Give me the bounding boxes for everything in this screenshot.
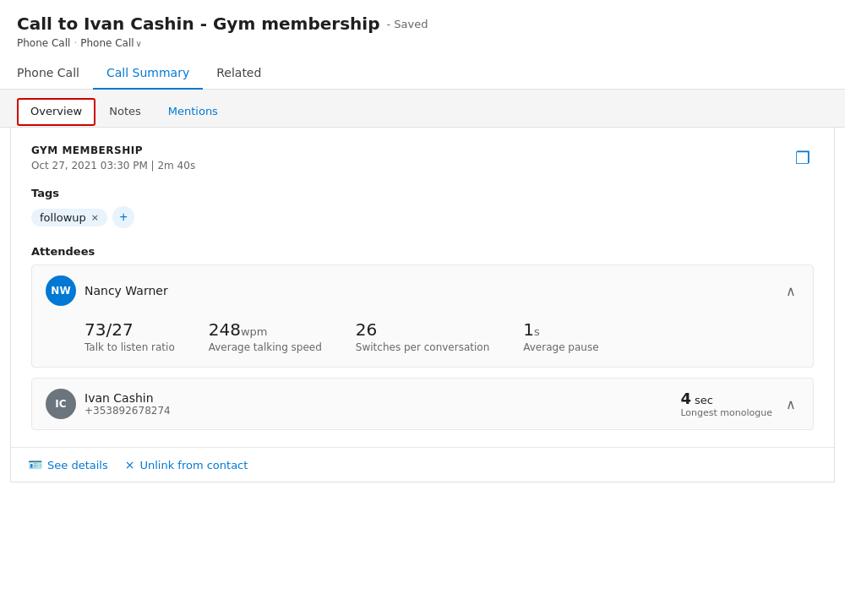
tag-add-button[interactable]: +	[112, 206, 134, 228]
avatar-nw: NW	[46, 275, 76, 306]
sub-tab-mentions[interactable]: Mentions	[155, 98, 232, 128]
attendee-card-nw: NW Nancy Warner ∧ 73/27	[31, 264, 814, 368]
sub-tabs-bar: Overview Notes Mentions	[0, 90, 845, 128]
breadcrumb-item2-dropdown[interactable]: Phone Call ∨	[80, 37, 142, 49]
avatar-initials-ic: IC	[55, 398, 66, 410]
stats-grid-nw: 73/27 Talk to listen ratio 248wpm Averag…	[32, 316, 813, 367]
collapse-nw-button[interactable]: ∧	[782, 280, 799, 303]
stat-value-pause: 1s	[523, 319, 598, 340]
tag-remove-icon[interactable]: ×	[91, 212, 99, 223]
monologue-value: 4	[680, 390, 691, 407]
copy-icon: ❐	[795, 149, 810, 167]
tab-related[interactable]: Related	[203, 59, 275, 90]
tags-row: followup × +	[31, 206, 814, 228]
attendee-name-ic: Ivan Cashin	[84, 391, 171, 405]
page-title: Call to Ivan Cashin - Gym membership	[17, 14, 379, 34]
tag-chip-followup: followup ×	[31, 209, 107, 226]
title-row: Call to Ivan Cashin - Gym membership - S…	[17, 14, 828, 34]
sub-tab-overview[interactable]: Overview	[17, 98, 95, 126]
stat-label-switches: Switches per conversation	[356, 341, 489, 353]
chevron-up-icon-ic: ∧	[786, 397, 796, 412]
saved-badge: - Saved	[386, 18, 428, 30]
see-details-icon: 🪪	[28, 458, 42, 472]
stat-switches: 26 Switches per conversation	[356, 319, 489, 353]
breadcrumb-item1: Phone Call	[17, 37, 70, 49]
monologue-stat: 4 sec Longest monologue	[680, 390, 772, 418]
attendee-name-nw: Nancy Warner	[84, 284, 168, 297]
monologue-label: Longest monologue	[680, 407, 772, 418]
attendee-header-ic: IC Ivan Cashin +353892678274	[32, 379, 813, 429]
monologue-unit: sec	[695, 394, 713, 406]
attendees-label: Attendees	[31, 245, 814, 258]
stat-talk-ratio: 73/27 Talk to listen ratio	[84, 319, 175, 353]
page-header: Call to Ivan Cashin - Gym membership - S…	[0, 0, 845, 90]
page-container: Call to Ivan Cashin - Gym membership - S…	[0, 0, 845, 616]
ivan-name-phone: Ivan Cashin +353892678274	[84, 391, 171, 417]
see-details-link[interactable]: 🪪 See details	[28, 458, 108, 472]
tab-phone-call[interactable]: Phone Call	[17, 59, 93, 90]
plus-icon: +	[119, 210, 127, 225]
monologue-value-row: 4 sec	[680, 390, 772, 407]
collapse-ic-button[interactable]: ∧	[782, 393, 799, 416]
stat-value-switches: 26	[356, 319, 489, 340]
tag-label: followup	[40, 211, 86, 224]
breadcrumb-item2-label: Phone Call	[80, 37, 134, 49]
main-tabs: Phone Call Call Summary Related	[17, 59, 828, 89]
call-title-row: GYM MEMBERSHIP Oct 27, 2021 03:30 PM | 2…	[31, 144, 814, 172]
stat-value-talk: 73/27	[84, 319, 175, 340]
stat-label-pause: Average pause	[523, 341, 598, 353]
stat-label-speed: Average talking speed	[209, 341, 322, 353]
sub-tab-notes[interactable]: Notes	[95, 98, 155, 128]
attendees-section: Attendees NW Nancy Warner ∧	[31, 245, 814, 430]
unlink-label: Unlink from contact	[139, 459, 248, 472]
attendee-phone-ic: +353892678274	[84, 405, 171, 417]
chevron-up-icon-nw: ∧	[786, 284, 796, 298]
stat-talking-speed: 248wpm Average talking speed	[209, 319, 322, 353]
copy-button[interactable]: ❐	[792, 144, 814, 172]
breadcrumb: Phone Call · Phone Call ∨	[17, 37, 828, 49]
content-area: Overview Notes Mentions GYM MEMBERSHIP O…	[0, 90, 845, 482]
stat-label-talk: Talk to listen ratio	[84, 341, 175, 353]
call-title: GYM MEMBERSHIP	[31, 144, 195, 156]
attendee-info-nw: NW Nancy Warner	[46, 275, 168, 306]
call-meta: Oct 27, 2021 03:30 PM | 2m 40s	[31, 160, 195, 172]
stat-value-speed: 248wpm	[209, 319, 322, 340]
attendee-info-ic: IC Ivan Cashin +353892678274	[46, 389, 171, 419]
unlink-contact-link[interactable]: × Unlink from contact	[125, 458, 248, 472]
chevron-down-icon: ∨	[136, 39, 142, 48]
see-details-label: See details	[47, 459, 108, 472]
tab-call-summary[interactable]: Call Summary	[93, 59, 203, 90]
main-card: GYM MEMBERSHIP Oct 27, 2021 03:30 PM | 2…	[10, 128, 835, 482]
call-info: GYM MEMBERSHIP Oct 27, 2021 03:30 PM | 2…	[31, 144, 195, 172]
unlink-icon: ×	[125, 458, 135, 472]
attendee-header-nw: NW Nancy Warner ∧	[32, 265, 813, 316]
attendee-card-ic: IC Ivan Cashin +353892678274	[31, 378, 814, 430]
card-inner: GYM MEMBERSHIP Oct 27, 2021 03:30 PM | 2…	[11, 128, 834, 447]
avatar-ic: IC	[46, 389, 76, 419]
footer-links: 🪪 See details × Unlink from contact	[11, 447, 834, 482]
stat-pause: 1s Average pause	[523, 319, 598, 353]
tags-label: Tags	[31, 187, 814, 199]
breadcrumb-sep: ·	[74, 37, 77, 49]
avatar-initials-nw: NW	[51, 285, 70, 297]
